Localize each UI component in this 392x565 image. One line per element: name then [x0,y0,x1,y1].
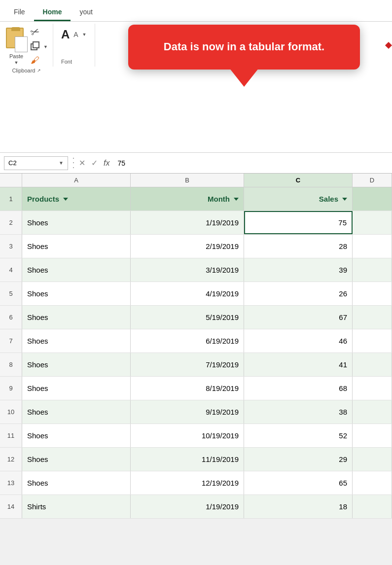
col-header-d[interactable]: D [353,174,392,187]
row-number: 8 [0,353,22,376]
cell-sales[interactable]: 39 [244,258,353,282]
cell-reference: C2 [8,159,17,167]
cut-row: ✂ [31,26,48,38]
cell-month[interactable]: 6/19/2019 [131,329,244,353]
cell-product[interactable]: Shoes [22,471,131,494]
col-header-a[interactable]: A [22,174,131,187]
products-dropdown-icon[interactable] [63,198,68,201]
cell-month[interactable]: 1/19/2019 [131,211,244,234]
tab-file[interactable]: File [5,4,34,21]
cell-month[interactable]: 4/19/2019 [131,282,244,305]
cell-product[interactable]: Shoes [22,211,131,234]
paste-page [15,36,28,52]
cell-sales[interactable]: 46 [244,329,353,353]
name-box[interactable]: C2 ▼ [4,156,68,170]
a-icons-row: A A ▼ [61,26,87,40]
table-row: 12Shoes11/19/201929 [0,448,392,471]
header-products[interactable]: Products [22,187,131,211]
cell-d [353,448,392,471]
cell-month[interactable]: 3/19/2019 [131,258,244,282]
cell-sales[interactable]: 65 [244,471,353,494]
cell-product[interactable]: Shoes [22,424,131,447]
format-painter-icon: 🖌 [31,55,39,66]
cancel-icon[interactable]: ✕ [79,158,85,168]
table-row: 8Shoes7/19/201941 [0,353,392,377]
row-number: 11 [0,424,22,447]
cell-product[interactable]: Shoes [22,400,131,424]
table-row: 10Shoes9/19/201938 [0,400,392,424]
cell-sales[interactable]: 38 [244,400,353,424]
row-number: 6 [0,306,22,329]
cell-month[interactable]: 10/19/2019 [131,424,244,447]
cell-sales[interactable]: 52 [244,424,353,447]
header-d [353,187,392,211]
ribbon-resize[interactable] [385,22,392,69]
table-row: 2Shoes1/19/201975 [0,211,392,235]
spreadsheet: A B C D 1 Products Month Sales 2Shoes1/1… [0,174,392,565]
col-header-c[interactable]: C [244,174,353,187]
font-group: A A ▼ Font [53,24,95,67]
cell-sales[interactable]: 67 [244,306,353,329]
cell-d [353,471,392,494]
divider-dot-3 [73,167,74,168]
cell-sales[interactable]: 29 [244,448,353,471]
cell-product[interactable]: Shoes [22,306,131,329]
row-number: 2 [0,211,22,234]
cell-d [353,353,392,376]
cell-sales[interactable]: 75 [244,211,353,234]
header-month[interactable]: Month [131,187,244,211]
cell-product[interactable]: Shoes [22,329,131,353]
font-label: Font [61,59,87,65]
clipboard-expand-icon[interactable]: ↗ [37,68,41,73]
cell-month[interactable]: 11/19/2019 [131,448,244,471]
formula-bar: C2 ▼ ✕ ✓ fx 75 [0,153,392,174]
tab-layout[interactable]: yout [71,4,101,21]
clipboard-label: Clipboard ↗ [12,66,40,73]
cell-sales[interactable]: 26 [244,282,353,305]
header-row-num: 1 [0,187,22,211]
tooltip-bubble: Data is now in a tabular format. [128,25,360,70]
row-number: 9 [0,377,22,400]
cell-month[interactable]: 1/19/2019 [131,495,244,518]
ribbon-tab-bar: File Home yout [0,0,392,22]
cell-sales[interactable]: 68 [244,377,353,400]
cell-month[interactable]: 9/19/2019 [131,400,244,424]
table-header-row: 1 Products Month Sales [0,187,392,211]
row-number: 3 [0,235,22,258]
divider-dot-1 [73,158,74,159]
table-row: 11Shoes10/19/201952 [0,424,392,448]
cell-product[interactable]: Shoes [22,448,131,471]
resize-diamond-icon [385,42,392,49]
cell-sales[interactable]: 18 [244,495,353,518]
cell-product[interactable]: Shoes [22,235,131,258]
cell-sales[interactable]: 41 [244,353,353,376]
paste-icon [5,27,28,52]
confirm-icon[interactable]: ✓ [91,158,98,168]
font-a-large-icon: A [61,29,70,40]
cell-month[interactable]: 5/19/2019 [131,306,244,329]
cell-product[interactable]: Shoes [22,258,131,282]
cell-d [353,211,392,234]
header-sales[interactable]: Sales [244,187,353,211]
tooltip-text: Data is now in a tabular format. [148,39,340,55]
col-header-b[interactable]: B [131,174,244,187]
font-caret: ▼ [82,32,87,37]
divider-dot-2 [73,162,74,163]
cell-d [353,424,392,447]
cell-product[interactable]: Shirts [22,495,131,518]
cell-d [353,377,392,400]
cell-month[interactable]: 2/19/2019 [131,235,244,258]
cell-month[interactable]: 12/19/2019 [131,471,244,494]
tab-home[interactable]: Home [34,4,71,21]
month-dropdown-icon[interactable] [234,198,239,201]
cell-month[interactable]: 8/19/2019 [131,377,244,400]
table-row: 14Shirts1/19/201918 [0,495,392,519]
row-number: 7 [0,329,22,353]
cell-product[interactable]: Shoes [22,282,131,305]
cell-month[interactable]: 7/19/2019 [131,353,244,376]
sales-dropdown-icon[interactable] [342,198,347,201]
cell-product[interactable]: Shoes [22,353,131,376]
cell-sales[interactable]: 28 [244,235,353,258]
format-painter-row: 🖌 [31,55,48,66]
cell-product[interactable]: Shoes [22,377,131,400]
